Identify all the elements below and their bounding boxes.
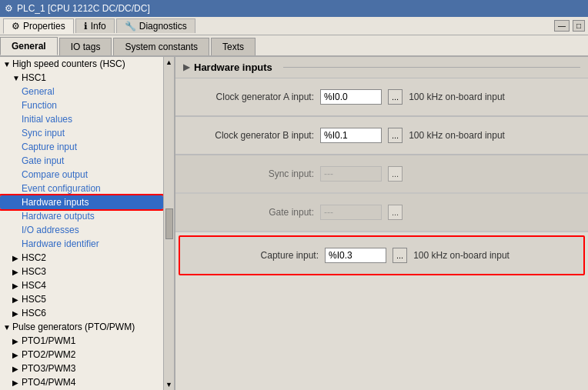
hsc1-hw-id-label: Hardware identifier [22, 238, 99, 249]
title-text: PLC_1 [CPU 1212C DC/DC/DC] [17, 3, 150, 14]
tree-item-hsc1-hw-id[interactable]: Hardware identifier [0, 237, 163, 251]
hsc1-gate-label: Gate input [22, 155, 64, 166]
pulse-gen-label: Pulse generators (PTO/PWM) [12, 322, 135, 332]
tree-item-pto2pwm2[interactable]: ▶ PTO2/PWM2 [0, 348, 163, 362]
tab-info[interactable]: ℹ Info [75, 18, 115, 33]
window-minimize-button[interactable]: — [554, 20, 570, 32]
tree-item-hsc-root[interactable]: ▼ High speed counters (HSC) [0, 57, 163, 71]
info-label: Info [91, 21, 106, 32]
section-title: Hardware inputs [194, 62, 272, 73]
tree-item-pulse-gen[interactable]: ▼ Pulse generators (PTO/PWM) [0, 320, 163, 334]
tree-item-hsc1-initial[interactable]: Initial values [0, 112, 163, 126]
capture-desc: 100 kHz on-board input [413, 250, 509, 261]
tree-item-hsc1-sync[interactable]: Sync input [0, 126, 163, 140]
clock-a-input[interactable] [320, 89, 382, 105]
title-icon: ⚙ [5, 3, 13, 14]
tree-item-hsc4[interactable]: ▶ HSC4 [0, 278, 163, 292]
texts-label: Texts [222, 42, 244, 52]
pto4-label: PTO4/PWM4 [22, 377, 75, 388]
gate-browse-button[interactable]: ... [388, 205, 403, 220]
hsc3-label: HSC3 [22, 266, 46, 277]
clock-a-row: Clock generator A input: ... 100 kHz on-… [191, 89, 573, 105]
tab-system-constants[interactable]: System constants [113, 38, 209, 55]
hsc2-arrow: ▶ [12, 254, 20, 262]
scrollbar-thumb[interactable] [165, 208, 173, 239]
sync-row: Sync input: ... [191, 166, 573, 182]
sync-label: Sync input: [191, 168, 314, 179]
hsc1-sync-label: Sync input [22, 128, 65, 138]
sync-browse-button[interactable]: ... [388, 166, 403, 182]
hsc-root-arrow: ▼ [3, 60, 11, 68]
clock-a-section: Clock generator A input: ... 100 kHz on-… [175, 78, 588, 117]
hsc1-function-label: Function [22, 100, 57, 111]
hsc1-io-addr-label: I/O addresses [22, 225, 79, 235]
capture-input[interactable] [325, 248, 386, 263]
general-tab-label: General [12, 41, 46, 52]
hsc1-arrow: ▼ [12, 74, 20, 82]
capture-label: Capture input: [195, 250, 319, 261]
tree-item-hsc1[interactable]: ▼ HSC1 [0, 71, 163, 85]
tree-item-hsc1-io-addr[interactable]: I/O addresses [0, 223, 163, 237]
gate-row: Gate input: ... [191, 205, 573, 220]
hsc2-label: HSC2 [22, 252, 46, 263]
hsc1-event-label: Event configuration [22, 183, 101, 194]
clock-a-browse-button[interactable]: ... [388, 89, 403, 105]
capture-section: Capture input: ... 100 kHz on-board inpu… [179, 235, 585, 275]
hsc4-label: HSC4 [22, 280, 46, 291]
clock-a-label: Clock generator A input: [191, 92, 314, 102]
hsc1-general-label: General [22, 86, 55, 97]
tree-item-hsc1-event[interactable]: Event configuration [0, 182, 163, 195]
tree-item-pto4pwm4[interactable]: ▶ PTO4/PWM4 [0, 375, 163, 389]
clock-b-browse-button[interactable]: ... [388, 128, 403, 143]
tree-item-pto1pwm1[interactable]: ▶ PTO1/PWM1 [0, 334, 163, 348]
content-area: ▼ High speed counters (HSC) ▼ HSC1 Gener… [0, 57, 588, 390]
tab-general[interactable]: General [0, 37, 58, 55]
pto3-arrow: ▶ [12, 365, 20, 373]
tree-item-hsc1-compare[interactable]: Compare output [0, 168, 163, 182]
hsc1-label: HSC1 [22, 72, 46, 83]
tree-item-hsc2[interactable]: ▶ HSC2 [0, 251, 163, 265]
tree-item-hsc3[interactable]: ▶ HSC3 [0, 265, 163, 278]
hsc6-arrow: ▶ [12, 309, 20, 318]
scrollbar-down-arrow[interactable]: ▼ [165, 381, 172, 388]
hsc1-compare-label: Compare output [22, 169, 88, 180]
tab-diagnostics[interactable]: 🔧 Diagnostics [116, 18, 195, 33]
hsc3-arrow: ▶ [12, 268, 20, 276]
tree-item-hsc1-hw-inputs[interactable]: Hardware inputs [0, 195, 163, 209]
tree-item-hsc1-gate[interactable]: Gate input [0, 154, 163, 168]
clock-b-label: Clock generator B input: [191, 130, 314, 141]
gate-label: Gate input: [191, 207, 314, 218]
clock-b-input[interactable] [320, 128, 382, 143]
hsc1-hw-outputs-label: Hardware outputs [22, 211, 95, 222]
section-divider [283, 67, 580, 68]
section-expand-arrow[interactable]: ▶ [183, 62, 189, 72]
pto4-arrow: ▶ [12, 378, 20, 387]
hsc1-hw-inputs-label: Hardware inputs [22, 197, 89, 208]
tree-item-hsc1-general[interactable]: General [0, 85, 163, 98]
gate-section: Gate input: ... [175, 194, 588, 232]
capture-browse-button[interactable]: ... [393, 248, 407, 263]
scrollbar-up-arrow[interactable]: ▲ [165, 58, 172, 66]
tab-io-tags[interactable]: IO tags [59, 38, 112, 55]
system-constants-label: System constants [125, 42, 198, 52]
right-panel: ▶ Hardware inputs Clock generator A inpu… [175, 57, 588, 390]
main-tab-bar: General IO tags System constants Texts [0, 35, 588, 57]
tree-item-hsc1-function[interactable]: Function [0, 98, 163, 112]
tree-item-hsc5[interactable]: ▶ HSC5 [0, 292, 163, 306]
tree-item-hsc6[interactable]: ▶ HSC6 [0, 306, 163, 320]
tree-item-hsc1-hw-outputs[interactable]: Hardware outputs [0, 209, 163, 223]
tab-texts[interactable]: Texts [211, 38, 256, 55]
title-bar: ⚙ PLC_1 [CPU 1212C DC/DC/DC] [0, 0, 588, 17]
tree-item-hsc1-capture[interactable]: Capture input [0, 140, 163, 154]
clock-a-desc: 100 kHz on-board input [409, 92, 505, 102]
sync-section: Sync input: ... [175, 155, 588, 194]
pto2-arrow: ▶ [12, 351, 20, 359]
tab-properties[interactable]: ⚙ Properties [3, 18, 74, 34]
tree-panel: ▼ High speed counters (HSC) ▼ HSC1 Gener… [0, 57, 175, 390]
info-icon: ℹ [84, 21, 88, 32]
top-tab-bar: ⚙ Properties ℹ Info 🔧 Diagnostics — □ [0, 17, 588, 35]
diagnostics-label: Diagnostics [139, 21, 187, 32]
tree-item-pto3pwm3[interactable]: ▶ PTO3/PWM3 [0, 362, 163, 375]
window-restore-button[interactable]: □ [573, 20, 585, 32]
pto3-label: PTO3/PWM3 [22, 363, 75, 374]
